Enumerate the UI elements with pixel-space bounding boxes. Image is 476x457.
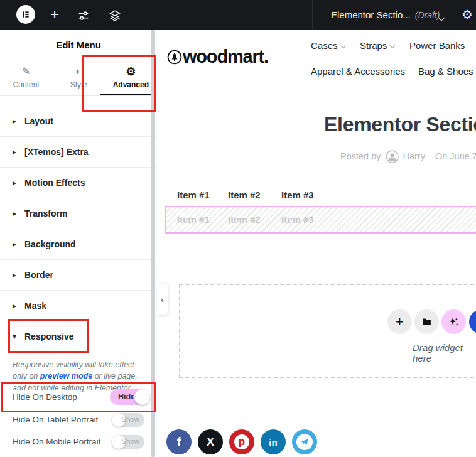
gear-icon: ⚙ bbox=[462, 8, 473, 21]
chevron-left-icon: ‹ bbox=[161, 295, 163, 304]
hidden-section[interactable]: Item #1 Item #2 Item #3 bbox=[165, 206, 476, 234]
document-title[interactable]: Elementor Sectio... (Draft) bbox=[331, 0, 440, 30]
caret-right-icon: ▸ bbox=[13, 148, 19, 156]
hide-on-mobile-toggle[interactable]: Show bbox=[112, 435, 144, 449]
share-facebook-button[interactable]: f bbox=[166, 429, 192, 454]
hide-on-mobile-label: Hide On Mobile Portrait bbox=[13, 437, 100, 446]
pinterest-icon: p bbox=[234, 434, 249, 449]
section-background[interactable]: ▸ Background bbox=[0, 229, 157, 260]
draft-status: (Draft) bbox=[415, 10, 440, 20]
settings-button[interactable]: ⚙ bbox=[462, 7, 473, 22]
author-name[interactable]: Harry bbox=[403, 151, 425, 161]
tune-icon bbox=[77, 9, 90, 23]
section-border[interactable]: ▸ Border bbox=[0, 260, 157, 291]
preview-mode-link[interactable]: preview mode bbox=[40, 372, 92, 380]
active-tab-underline bbox=[100, 94, 155, 95]
structure-button[interactable] bbox=[107, 8, 123, 24]
section-label: Background bbox=[24, 239, 76, 249]
site-settings-button[interactable] bbox=[75, 8, 92, 24]
panel-collapse-handle[interactable]: ‹ bbox=[157, 284, 168, 315]
tab-style-label: Style bbox=[70, 80, 87, 89]
share-x-button[interactable]: X bbox=[198, 429, 223, 454]
post-meta: Posted by Harry On June 7, 20 bbox=[340, 149, 476, 163]
pinterest-glyph: p bbox=[239, 436, 245, 448]
posted-by-label: Posted by bbox=[340, 151, 381, 161]
toggle-state-label: Show bbox=[121, 438, 139, 445]
panel-title-text: Edit Menu bbox=[56, 40, 101, 50]
section-label: Border bbox=[24, 270, 53, 280]
section-label: Responsive bbox=[24, 331, 74, 341]
ai-button[interactable] bbox=[441, 309, 466, 334]
toggle-state-label: Show bbox=[121, 416, 139, 423]
nav-item-cases[interactable]: Cases bbox=[311, 40, 345, 51]
linkedin-icon: in bbox=[269, 437, 277, 448]
woodmart-logo-icon bbox=[167, 50, 182, 67]
section-layout[interactable]: ▸ Layout bbox=[0, 106, 157, 137]
tab-item-1[interactable]: Item #1 bbox=[177, 190, 210, 200]
tab-content-label: Content bbox=[13, 80, 40, 89]
document-switcher-button[interactable] bbox=[439, 11, 444, 23]
panel-scrollbar[interactable] bbox=[151, 30, 155, 457]
caret-right-icon: ▸ bbox=[13, 178, 19, 187]
nav-label: Apparel & Accessories bbox=[311, 66, 405, 77]
nav-item-apparel-accessories[interactable]: Apparel & Accessories bbox=[311, 66, 405, 77]
tab-content[interactable]: ✎ Content bbox=[0, 60, 52, 95]
hide-on-tablet-label: Hide On Tablet Portrait bbox=[13, 415, 98, 424]
gear-icon: ⚙ bbox=[126, 66, 136, 77]
accordion-sections: ▸ Layout ▸ [XTemos] Extra ▸ Motion Effec… bbox=[0, 106, 157, 352]
nav-label: Power Banks bbox=[409, 40, 465, 51]
share-pinterest-button[interactable]: p bbox=[229, 429, 254, 454]
tab-advanced[interactable]: ⚙ Advanced bbox=[105, 60, 157, 95]
chevron-down-icon bbox=[438, 14, 445, 21]
nav-item-straps[interactable]: Straps bbox=[360, 40, 394, 51]
elementor-editor: + Elementor Sectio... (Draft) bbox=[0, 0, 476, 457]
tab-style[interactable]: ◐ Style bbox=[52, 60, 104, 95]
tab-advanced-label: Advanced bbox=[113, 80, 149, 89]
plus-icon: + bbox=[50, 6, 59, 23]
caret-right-icon: ▸ bbox=[13, 301, 19, 310]
hide-on-tablet-toggle[interactable]: Show bbox=[112, 413, 144, 427]
folder-icon bbox=[421, 316, 432, 327]
tab-item-3[interactable]: Item #3 bbox=[281, 190, 314, 200]
section-mask[interactable]: ▸ Mask bbox=[0, 291, 157, 321]
panel-tabs: ✎ Content ◐ Style ⚙ Advanced bbox=[0, 60, 157, 96]
nav-item-power-banks[interactable]: Power Banks bbox=[409, 40, 465, 51]
section-xtemos-extra[interactable]: ▸ [XTemos] Extra bbox=[0, 137, 157, 168]
elementor-menu-button[interactable] bbox=[16, 5, 35, 24]
share-linkedin-button[interactable]: in bbox=[261, 429, 286, 454]
panel-title: Edit Menu bbox=[0, 30, 157, 60]
layers-icon bbox=[108, 9, 122, 23]
share-telegram-button[interactable] bbox=[292, 429, 317, 454]
section-label: Transform bbox=[24, 208, 67, 218]
contrast-icon: ◐ bbox=[75, 66, 82, 77]
section-responsive[interactable]: ▾ Responsive bbox=[0, 321, 157, 352]
telegram-icon bbox=[296, 434, 313, 450]
hidden-tab-item-1: Item #1 bbox=[177, 214, 210, 225]
section-motion-effects[interactable]: ▸ Motion Effects bbox=[0, 168, 157, 198]
nav-label: Cases bbox=[311, 40, 338, 51]
author-avatar bbox=[386, 150, 399, 163]
document-name: Elementor Sectio... bbox=[331, 9, 411, 20]
drag-widget-hint: Drag widget here bbox=[413, 342, 476, 363]
section-label: Mask bbox=[24, 301, 46, 311]
page-title[interactable]: Elementor Sectio bbox=[324, 113, 476, 136]
caret-right-icon: ▸ bbox=[13, 240, 19, 249]
caret-right-icon: ▸ bbox=[13, 209, 19, 218]
nav-label: Bag & Shoes bbox=[418, 66, 473, 77]
caret-right-icon: ▸ bbox=[13, 117, 19, 126]
x-twitter-icon: X bbox=[207, 436, 214, 449]
template-library-button[interactable] bbox=[414, 309, 439, 334]
site-logo[interactable]: woodmart. bbox=[183, 46, 268, 67]
nav-item-bag-shoes[interactable]: Bag & Shoes bbox=[418, 66, 473, 77]
caret-down-icon: ▾ bbox=[13, 332, 19, 341]
add-element-button[interactable]: + bbox=[46, 6, 63, 23]
plus-icon: + bbox=[396, 314, 404, 330]
add-widget-button[interactable]: + bbox=[387, 309, 412, 334]
tab-item-2[interactable]: Item #2 bbox=[228, 190, 261, 200]
elementor-logo-icon bbox=[21, 9, 31, 19]
hide-on-desktop-label: Hide On Desktop bbox=[13, 392, 77, 402]
section-label: [XTemos] Extra bbox=[24, 147, 89, 157]
pencil-icon: ✎ bbox=[22, 66, 30, 77]
section-transform[interactable]: ▸ Transform bbox=[0, 198, 157, 229]
hide-on-desktop-toggle[interactable]: Hide bbox=[110, 389, 150, 405]
